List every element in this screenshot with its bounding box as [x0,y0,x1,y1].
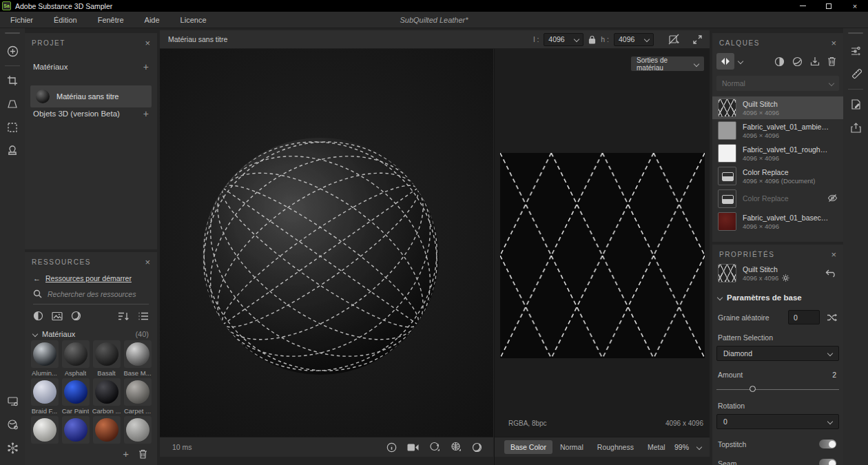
layer-row[interactable]: Fabric_valvet_01_basecolor.jpg 4096 × 40… [712,210,843,233]
menu-item[interactable]: Aide [134,16,170,24]
layer-row[interactable]: Fabric_valvet_01_roughness.jpg 4096 × 40… [712,142,843,165]
search-input[interactable] [48,290,144,298]
zoom-dropdown[interactable]: 99% [674,443,710,451]
undo-icon[interactable] [825,269,836,278]
project-close-icon[interactable]: × [145,40,150,47]
crop-tool-icon[interactable] [0,69,25,92]
properties-close-icon[interactable]: × [831,251,836,258]
material-item-selected[interactable]: Matériau sans titre [30,85,152,107]
measure-tool-icon[interactable] [843,63,868,86]
edit-document-icon[interactable] [843,92,868,116]
filter-images-icon[interactable] [52,311,63,321]
base-parameters-section[interactable]: Paramètres de base [712,282,843,302]
adjustments-panel-icon[interactable] [843,39,868,63]
info-icon[interactable] [386,442,397,453]
channel-tab[interactable]: Roughness [591,440,640,454]
toggle-switch[interactable] [819,459,836,465]
layers-close-icon[interactable]: × [831,40,836,47]
add-resource-button[interactable] [0,39,25,63]
lock-icon[interactable] [588,35,596,44]
channel-tab[interactable]: Base Color [504,440,552,454]
materials-category-row[interactable]: Matériaux (40) [25,321,157,338]
sort-icon[interactable] [118,311,130,321]
resources-close-icon[interactable]: × [145,259,150,266]
material-tab[interactable]: Matériau sans titre [160,35,236,43]
viewport-3d[interactable]: 10 ms [160,49,493,465]
viewport-2d[interactable]: Sorties de matériau RGBA, 8bpc 4096 x 40… [494,49,710,465]
perspective-tool-icon[interactable] [0,92,25,116]
trash-icon[interactable] [827,56,836,66]
materials-grid: Alumin... Asphalt Basalt [29,340,153,444]
layer-row[interactable]: Fabric_valvet_01_ambientocclusion.jpg 40… [712,119,843,142]
clone-stamp-tool-icon[interactable] [0,139,25,163]
layer-row[interactable]: Quilt Stitch 4096 × 4096 [712,96,843,119]
menu-item[interactable]: Fenêtre [87,16,134,24]
menu-item[interactable]: Fichier [0,16,43,24]
filter-smart-materials-icon[interactable] [71,311,81,321]
restore-button[interactable] [816,0,842,12]
slider-handle[interactable] [750,386,756,392]
filter-materials-icon[interactable] [33,311,43,321]
material-cell[interactable]: Asphalt [60,340,91,377]
material-cell[interactable]: Braid F... [29,378,60,415]
material-cell[interactable] [60,416,91,444]
material-cell[interactable]: Car Paint [60,378,91,415]
material-cell[interactable] [91,416,122,444]
pattern-selection-dropdown[interactable]: Diamond [716,346,839,361]
material-cell[interactable]: Base M... [122,340,153,377]
channel-tab[interactable]: Normal [554,440,590,454]
material-outputs-dropdown[interactable]: Sorties de matériau [631,56,704,71]
amount-slider[interactable] [716,386,839,393]
fullscreen-icon[interactable] [692,34,703,45]
effect-layer-icon[interactable] [792,56,803,67]
material-cell[interactable] [122,416,153,444]
add-icon[interactable]: + [143,61,149,72]
material-preview-sphere-icon[interactable] [472,442,482,453]
random-seed-input[interactable]: 0 [788,310,820,324]
material-cell[interactable]: Basalt [91,340,122,377]
texture-2d-preview[interactable] [500,153,705,358]
adjustment-layer-icon[interactable] [774,56,785,67]
preferences-icon[interactable] [0,436,25,459]
material-cell[interactable] [29,416,60,444]
environment-grid-icon[interactable] [451,442,462,453]
import-layer-icon[interactable] [810,56,820,66]
add-resource-button[interactable]: + [123,448,129,459]
list-view-icon[interactable] [138,311,149,321]
menu-item[interactable]: Édition [43,16,87,24]
share-export-icon[interactable] [843,116,868,139]
randomize-icon[interactable] [827,313,838,322]
trash-icon[interactable] [138,449,147,459]
width-dropdown[interactable]: 4096 [544,33,583,46]
toolbar-drag-handle[interactable] [5,32,20,34]
toggle-switch[interactable] [819,440,836,448]
add-icon[interactable]: + [143,108,149,119]
project-group-row[interactable]: Matériaux + [25,55,157,79]
viewport-3d-scene[interactable] [160,49,493,437]
layer-row[interactable]: Color Replace [712,187,843,210]
close-button[interactable]: × [842,0,868,12]
marquee-select-tool-icon[interactable] [0,116,25,139]
environment-settings-icon[interactable] [0,413,25,436]
tiling-disabled-icon[interactable] [668,34,681,45]
material-cell[interactable]: Carpet ... [122,378,153,415]
resource-search[interactable] [33,289,149,304]
gear-icon[interactable] [782,274,789,282]
display-settings-icon[interactable] [0,389,25,413]
camera-icon[interactable] [407,443,419,452]
rotation-dropdown[interactable]: 0 [716,414,839,429]
compare-ab-button[interactable] [716,53,734,70]
minimize-button[interactable] [789,0,816,12]
back-arrow-icon[interactable]: ← [33,274,41,282]
channel-tab[interactable]: Metal [641,440,672,454]
height-dropdown[interactable]: 4096 [614,33,654,46]
starter-resources-link[interactable]: Ressources pour démarrer [45,274,132,282]
chevron-down-icon[interactable] [738,59,743,64]
menu-item[interactable]: Licence [170,16,217,24]
layer-row[interactable]: Color Replace 4096 × 4096 (Document) [712,165,843,187]
material-cell[interactable]: Alumin... [29,340,60,377]
material-cell[interactable]: Carbon ... [91,378,122,415]
toolbar-drag-handle[interactable] [848,32,863,34]
rotate-environment-icon[interactable] [429,442,440,453]
eye-off-icon[interactable] [827,194,838,203]
